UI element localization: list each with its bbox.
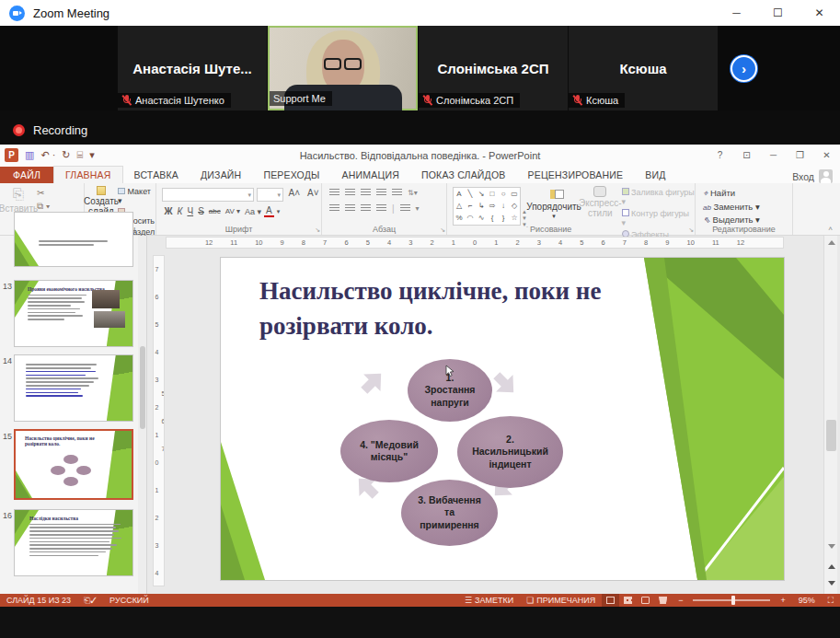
shrink-font-icon[interactable]: A˅: [305, 188, 321, 202]
select-button[interactable]: ⇖ Выделить ▾: [703, 215, 792, 225]
slide-vertical-scrollbar[interactable]: [823, 236, 837, 594]
fit-to-window-icon[interactable]: ⛶: [822, 594, 840, 607]
smartart-convert-icon[interactable]: ▾: [416, 204, 420, 213]
customize-qat-icon[interactable]: ▾: [89, 149, 95, 161]
underline-button[interactable]: Ч: [185, 206, 196, 216]
ribbon-display-options-button[interactable]: ⊡: [733, 145, 760, 166]
language-indicator[interactable]: РУССКИЙ: [103, 594, 155, 607]
shapes-scroll-down[interactable]: ▼: [522, 215, 527, 221]
zoom-maximize-button[interactable]: ☐: [757, 0, 799, 26]
numbering-icon[interactable]: [345, 189, 355, 197]
thumbnail-slide-14[interactable]: [14, 354, 133, 422]
drawing-dialog-launcher[interactable]: ↘: [688, 226, 694, 234]
next-participants-button[interactable]: ›: [731, 55, 757, 82]
cycle-step-3[interactable]: 3. Вибачення та примирення: [401, 480, 498, 546]
zoom-in-button[interactable]: +: [774, 594, 791, 607]
columns-icon[interactable]: [400, 204, 410, 213]
tab-file[interactable]: ФАЙЛ: [0, 167, 53, 183]
text-shadow-button[interactable]: abc: [206, 207, 223, 215]
spellcheck-icon[interactable]: ⎗✓: [77, 594, 103, 607]
tab-review[interactable]: РЕЦЕНЗИРОВАНИЕ: [517, 167, 635, 183]
decrease-indent-icon[interactable]: [361, 189, 371, 197]
ppt-minimize-button[interactable]: ─: [760, 145, 787, 166]
strikethrough-button[interactable]: S: [196, 206, 207, 216]
participant-tile-3[interactable]: Слонімська 2СП Слонімська 2СП: [419, 26, 568, 110]
horizontal-ruler[interactable]: 12 11 10 9 8 7 6 5 4 3 2 1 0 1 2 3 4 5 6…: [166, 237, 784, 249]
slide-title[interactable]: Насильство циклічне, поки не розірвати к…: [259, 274, 710, 344]
thumbnail-slide-15-selected[interactable]: Насильство циклічне, поки не розірвати к…: [14, 429, 133, 500]
comments-toggle[interactable]: ❏ПРИМЕЧАНИЯ: [520, 594, 602, 607]
participant-tile-4[interactable]: Ксюша Ксюша: [569, 26, 718, 110]
shape-fill-button[interactable]: Заливка фигуры ▾: [622, 188, 695, 206]
font-dialog-launcher[interactable]: ↘: [315, 226, 320, 234]
scroll-up-button[interactable]: [824, 236, 838, 249]
participant-tile-2-video[interactable]: Support Me: [268, 26, 418, 110]
increase-indent-icon[interactable]: [376, 189, 386, 197]
scroll-down-button[interactable]: [824, 539, 838, 553]
change-case-button[interactable]: Aa ▾: [243, 207, 264, 216]
text-direction-icon[interactable]: ⇅▾: [408, 189, 418, 197]
vertical-ruler[interactable]: 7 6 5 4 3 2 1 0 1 2 3 4 5 6 7: [153, 255, 165, 586]
thumbnail-slide-16[interactable]: Наслідки насильства: [14, 509, 133, 576]
redo-icon[interactable]: ↻: [62, 149, 70, 161]
shapes-gallery[interactable]: A╲↘□○▭ △⌐↳⇨↓◇ %◠∿{}☆: [453, 187, 521, 226]
character-spacing-button[interactable]: AV ▾: [223, 207, 242, 215]
zoom-slider[interactable]: [693, 599, 770, 601]
font-name-combobox[interactable]: ▾: [162, 188, 254, 202]
zoom-close-button[interactable]: ✕: [799, 0, 840, 26]
participant-tile-1[interactable]: Анастасія Шуте... Анастасія Шутенко: [118, 26, 267, 110]
thumbnail-slide-12[interactable]: [14, 212, 133, 267]
font-size-combobox[interactable]: ▾: [257, 188, 283, 202]
view-reading-button[interactable]: [637, 594, 654, 607]
find-button[interactable]: ⌖ Найти: [703, 188, 792, 199]
thumbnail-scrollbar[interactable]: [138, 236, 146, 594]
view-slideshow-button[interactable]: [654, 594, 672, 607]
collapse-ribbon-icon[interactable]: ˄: [828, 225, 833, 233]
notes-toggle[interactable]: ☰ЗАМЕТКИ: [458, 594, 520, 607]
align-left-icon[interactable]: [329, 204, 339, 213]
ppt-help-button[interactable]: ?: [707, 145, 733, 166]
cycle-step-2[interactable]: 2. Насильницький індицент: [457, 416, 563, 488]
undo-icon[interactable]: ↶ ·: [40, 149, 55, 161]
tab-design[interactable]: ДИЗАЙН: [190, 167, 252, 183]
slide-counter[interactable]: СЛАЙД 15 ИЗ 23: [0, 594, 77, 607]
italic-button[interactable]: К: [175, 206, 185, 216]
save-icon[interactable]: ▥: [25, 149, 34, 161]
tab-insert[interactable]: ВСТАВКА: [123, 167, 190, 183]
ppt-close-button[interactable]: ✕: [813, 145, 840, 166]
tab-slideshow[interactable]: ПОКАЗ СЛАЙДОВ: [410, 167, 517, 183]
sign-in[interactable]: Вход: [792, 169, 840, 183]
bullets-icon[interactable]: [329, 189, 339, 197]
font-color-arrow[interactable]: ▾: [274, 208, 282, 215]
align-center-icon[interactable]: [345, 204, 355, 213]
thumbnail-slide-13[interactable]: Прояви економічного насильства: [14, 280, 133, 347]
tab-transitions[interactable]: ПЕРЕХОДЫ: [252, 167, 330, 183]
tab-home[interactable]: ГЛАВНАЯ: [53, 166, 123, 183]
cycle-step-4[interactable]: 4. "Медовий місяць": [340, 420, 438, 482]
zoom-level[interactable]: 95%: [792, 594, 822, 607]
justify-icon[interactable]: [376, 204, 386, 213]
recording-indicator[interactable]: Recording: [13, 123, 87, 137]
copy-icon[interactable]: ⧉ ▾: [37, 201, 50, 212]
zoom-slider-thumb[interactable]: [731, 596, 735, 605]
tab-animations[interactable]: АНИМАЦИЯ: [331, 167, 410, 183]
layout-button[interactable]: Макет ▾: [118, 187, 155, 205]
paragraph-dialog-launcher[interactable]: ↘: [440, 226, 445, 234]
align-right-icon[interactable]: [361, 204, 371, 213]
zoom-out-button[interactable]: −: [672, 594, 689, 607]
line-spacing-icon[interactable]: [392, 189, 402, 197]
font-color-button[interactable]: А: [264, 205, 275, 217]
tab-view[interactable]: ВИД: [634, 167, 676, 183]
cut-icon[interactable]: ✂: [37, 188, 50, 198]
start-slideshow-icon[interactable]: ⌸: [77, 149, 84, 161]
scroll-thumb[interactable]: [826, 420, 836, 451]
previous-slide-button[interactable]: [824, 560, 838, 574]
zoom-minimize-button[interactable]: ─: [716, 0, 757, 26]
grow-font-icon[interactable]: A˄: [286, 188, 303, 202]
slide-canvas[interactable]: Насильство циклічне, поки не розірвати к…: [221, 258, 784, 580]
bold-button[interactable]: Ж: [162, 206, 175, 216]
view-slide-sorter-button[interactable]: [619, 594, 637, 607]
ppt-restore-button[interactable]: ❐: [787, 145, 813, 166]
replace-button[interactable]: ab Заменить ▾: [703, 202, 792, 212]
view-normal-button[interactable]: [602, 594, 619, 607]
